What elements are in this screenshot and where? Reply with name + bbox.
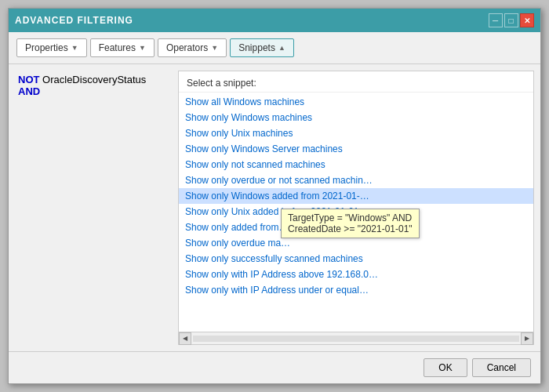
list-item[interactable]: Show only with IP Address above 192.168.… bbox=[179, 267, 533, 282]
maximize-button[interactable]: □ bbox=[504, 13, 518, 27]
title-bar: ADVANCED FILTERING ─ □ ✕ bbox=[9, 9, 540, 32]
operators-button[interactable]: Operators ▼ bbox=[158, 38, 227, 57]
window-title: ADVANCED FILTERING bbox=[15, 15, 133, 26]
list-item[interactable]: Show only not scanned machines bbox=[179, 157, 533, 172]
not-keyword: NOT bbox=[18, 74, 39, 85]
tooltip-line2: CreatedDate >= "2021-01-01" bbox=[288, 223, 413, 234]
snippets-arrow: ▲ bbox=[278, 44, 285, 52]
snippets-button[interactable]: Snippets ▲ bbox=[230, 38, 294, 57]
and-keyword: AND bbox=[18, 85, 40, 97]
operators-arrow: ▼ bbox=[211, 44, 218, 52]
main-content: NOT OracleDiscoveryStatus AND Select a s… bbox=[9, 64, 540, 351]
properties-arrow: ▼ bbox=[71, 44, 78, 52]
features-arrow: ▼ bbox=[139, 44, 146, 52]
list-item[interactable]: Show only overdue or not scanned machin… bbox=[179, 172, 533, 188]
snippet-panel: Select a snippet: Show all Windows machi… bbox=[178, 71, 534, 345]
scroll-left-button[interactable]: ◀ bbox=[179, 332, 191, 345]
minimize-button[interactable]: ─ bbox=[489, 13, 503, 27]
features-button[interactable]: Features ▼ bbox=[90, 38, 155, 57]
filter-expression: NOT OracleDiscoveryStatus AND bbox=[15, 71, 172, 345]
tooltip-line1: TargetType = "Windows" AND bbox=[288, 212, 413, 223]
h-scroll-track bbox=[193, 336, 519, 342]
ok-button[interactable]: OK bbox=[424, 358, 467, 377]
footer: OK Cancel bbox=[9, 351, 540, 383]
snippet-label: Select a snippet: bbox=[179, 71, 533, 93]
cancel-button[interactable]: Cancel bbox=[472, 358, 531, 377]
list-item[interactable]: Show only Unix machines bbox=[179, 125, 533, 141]
advanced-filtering-window: ADVANCED FILTERING ─ □ ✕ Properties ▼ Fe… bbox=[8, 8, 541, 384]
toolbar: Properties ▼ Features ▼ Operators ▼ Snip… bbox=[9, 32, 540, 64]
list-item[interactable]: Show only Windows Server machines bbox=[179, 141, 533, 157]
list-item[interactable]: Show only successfully scanned machines bbox=[179, 251, 533, 267]
list-item-highlighted[interactable]: Show only Windows added from 2021-01-… bbox=[179, 188, 533, 204]
close-button[interactable]: ✕ bbox=[520, 13, 534, 27]
list-item[interactable]: Show only Windows machines bbox=[179, 110, 533, 125]
oracle-discovery-status: OracleDiscoveryStatus bbox=[42, 74, 146, 85]
properties-button[interactable]: Properties ▼ bbox=[16, 38, 87, 57]
horizontal-scrollbar[interactable]: ◀ ▶ bbox=[179, 332, 533, 344]
title-bar-buttons: ─ □ ✕ bbox=[489, 13, 534, 27]
list-item[interactable]: Show all Windows machines bbox=[179, 94, 533, 110]
list-item[interactable]: Show only with IP Address under or equal… bbox=[179, 282, 533, 298]
snippet-tooltip: TargetType = "Windows" AND CreatedDate >… bbox=[281, 209, 420, 238]
scroll-right-button[interactable]: ▶ bbox=[521, 332, 533, 345]
